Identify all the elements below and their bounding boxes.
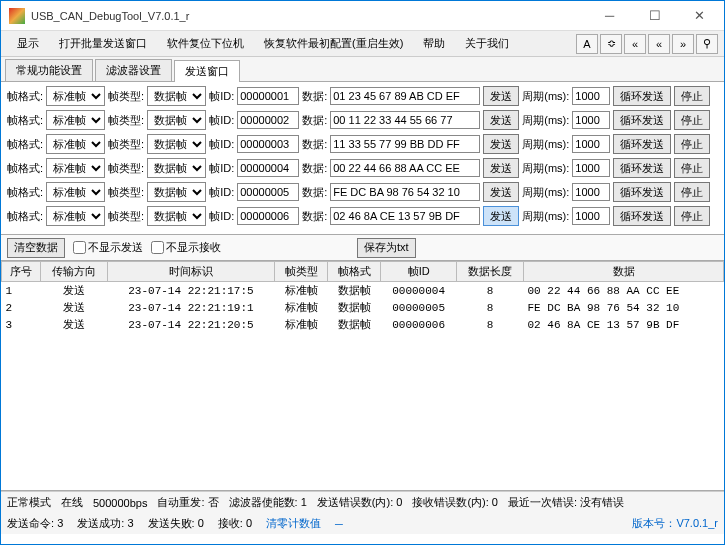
data-grid-wrap[interactable]: 序号 传输方向 时间标识 帧类型 帧格式 帧ID 数据长度 数据 1发送23-0… bbox=[1, 261, 724, 491]
period-input[interactable] bbox=[572, 135, 610, 153]
frame-id-input[interactable] bbox=[237, 135, 299, 153]
col-format[interactable]: 帧格式 bbox=[328, 262, 381, 282]
frame-type-select[interactable]: 数据帧 bbox=[147, 110, 206, 130]
data-input[interactable] bbox=[330, 207, 480, 225]
frame-format-select[interactable]: 标准帧 bbox=[46, 158, 105, 178]
toolbar-btn-3[interactable]: « bbox=[648, 34, 670, 54]
hide-send-checkbox-wrap[interactable]: 不显示发送 bbox=[73, 240, 143, 255]
send-button[interactable]: 发送 bbox=[483, 206, 519, 226]
frame-type-select[interactable]: 数据帧 bbox=[147, 134, 206, 154]
col-id[interactable]: 帧ID bbox=[380, 262, 456, 282]
frame-format-select[interactable]: 标准帧 bbox=[46, 86, 105, 106]
frame-id-input[interactable] bbox=[237, 87, 299, 105]
app-icon bbox=[9, 8, 25, 24]
data-input[interactable] bbox=[330, 111, 480, 129]
frame-type-select[interactable]: 数据帧 bbox=[147, 86, 206, 106]
col-len[interactable]: 数据长度 bbox=[457, 262, 524, 282]
stop-button[interactable]: 停止 bbox=[674, 134, 710, 154]
stop-button[interactable]: 停止 bbox=[674, 86, 710, 106]
hide-send-checkbox[interactable] bbox=[73, 241, 86, 254]
stop-button[interactable]: 停止 bbox=[674, 158, 710, 178]
table-row[interactable]: 2发送23-07-14 22:21:19:1标准帧数据帧000000058FE … bbox=[2, 299, 724, 316]
send-button[interactable]: 发送 bbox=[483, 182, 519, 202]
send-button[interactable]: 发送 bbox=[483, 134, 519, 154]
frame-format-select[interactable]: 标准帧 bbox=[46, 110, 105, 130]
frame-type-select[interactable]: 数据帧 bbox=[147, 182, 206, 202]
table-row[interactable]: 1发送23-07-14 22:21:17:5标准帧数据帧00000004800 … bbox=[2, 282, 724, 300]
clear-data-button[interactable]: 清空数据 bbox=[7, 238, 65, 258]
frame-format-select[interactable]: 标准帧 bbox=[46, 206, 105, 226]
loop-send-button[interactable]: 循环发送 bbox=[613, 110, 671, 130]
frame-id-label: 帧ID: bbox=[209, 89, 234, 104]
data-input[interactable] bbox=[330, 87, 480, 105]
loop-send-button[interactable]: 循环发送 bbox=[613, 86, 671, 106]
window-title: USB_CAN_DebugTool_V7.0.1_r bbox=[31, 10, 587, 22]
period-input[interactable] bbox=[572, 183, 610, 201]
hide-recv-checkbox-wrap[interactable]: 不显示接收 bbox=[151, 240, 221, 255]
col-data[interactable]: 数据 bbox=[524, 262, 724, 282]
table-row[interactable]: 3发送23-07-14 22:21:20:5标准帧数据帧00000006802 … bbox=[2, 316, 724, 333]
menu-bar: 显示 打开批量发送窗口 软件复位下位机 恢复软件最初配置(重启生效) 帮助 关于… bbox=[1, 31, 724, 57]
toolbar-btn-0[interactable]: A bbox=[576, 34, 598, 54]
send-button[interactable]: 发送 bbox=[483, 86, 519, 106]
status-baud: 500000bps bbox=[93, 497, 147, 509]
loop-send-button[interactable]: 循环发送 bbox=[613, 134, 671, 154]
period-input[interactable] bbox=[572, 87, 610, 105]
loop-send-button[interactable]: 循环发送 bbox=[613, 158, 671, 178]
menu-open-batch[interactable]: 打开批量发送窗口 bbox=[49, 33, 157, 54]
col-dir[interactable]: 传输方向 bbox=[40, 262, 107, 282]
col-time[interactable]: 时间标识 bbox=[107, 262, 275, 282]
toolbar-btn-1[interactable]: ≎ bbox=[600, 34, 622, 54]
frame-id-input[interactable] bbox=[237, 207, 299, 225]
frame-type-label: 帧类型: bbox=[108, 185, 144, 200]
frame-id-label: 帧ID: bbox=[209, 161, 234, 176]
data-input[interactable] bbox=[330, 159, 480, 177]
period-input[interactable] bbox=[572, 159, 610, 177]
minimize-button[interactable]: ─ bbox=[587, 2, 632, 30]
send-row-4: 帧格式:标准帧帧类型:数据帧帧ID:数据:发送周期(ms):循环发送停止 bbox=[7, 158, 718, 178]
send-button[interactable]: 发送 bbox=[483, 110, 519, 130]
col-seq[interactable]: 序号 bbox=[2, 262, 41, 282]
frame-type-label: 帧类型: bbox=[108, 137, 144, 152]
maximize-button[interactable]: ☐ bbox=[632, 2, 677, 30]
menu-about[interactable]: 关于我们 bbox=[455, 33, 519, 54]
send-row-6: 帧格式:标准帧帧类型:数据帧帧ID:数据:发送周期(ms):循环发送停止 bbox=[7, 206, 718, 226]
tab-general[interactable]: 常规功能设置 bbox=[5, 59, 93, 81]
tab-filter[interactable]: 滤波器设置 bbox=[95, 59, 172, 81]
toolbar-btn-4[interactable]: » bbox=[672, 34, 694, 54]
menu-display[interactable]: 显示 bbox=[7, 33, 49, 54]
frame-type-select[interactable]: 数据帧 bbox=[147, 206, 206, 226]
menu-restore-init[interactable]: 恢复软件最初配置(重启生效) bbox=[254, 33, 413, 54]
save-txt-button[interactable]: 保存为txt bbox=[357, 238, 416, 258]
frame-type-select[interactable]: 数据帧 bbox=[147, 158, 206, 178]
frame-format-select[interactable]: 标准帧 bbox=[46, 134, 105, 154]
send-row-3: 帧格式:标准帧帧类型:数据帧帧ID:数据:发送周期(ms):循环发送停止 bbox=[7, 134, 718, 154]
period-input[interactable] bbox=[572, 207, 610, 225]
status-online: 在线 bbox=[61, 495, 83, 510]
loop-send-button[interactable]: 循环发送 bbox=[613, 206, 671, 226]
col-type[interactable]: 帧类型 bbox=[275, 262, 328, 282]
frame-format-select[interactable]: 标准帧 bbox=[46, 182, 105, 202]
send-rows-panel: 帧格式:标准帧帧类型:数据帧帧ID:数据:发送周期(ms):循环发送停止帧格式:… bbox=[1, 82, 724, 235]
tab-send[interactable]: 发送窗口 bbox=[174, 60, 240, 82]
data-input[interactable] bbox=[330, 135, 480, 153]
tab-bar: 常规功能设置 滤波器设置 发送窗口 bbox=[1, 57, 724, 82]
menu-help[interactable]: 帮助 bbox=[413, 33, 455, 54]
frame-id-input[interactable] bbox=[237, 159, 299, 177]
send-button[interactable]: 发送 bbox=[483, 158, 519, 178]
close-button[interactable]: ✕ bbox=[677, 2, 722, 30]
data-input[interactable] bbox=[330, 183, 480, 201]
stop-button[interactable]: 停止 bbox=[674, 110, 710, 130]
menu-soft-reset[interactable]: 软件复位下位机 bbox=[157, 33, 254, 54]
frame-id-input[interactable] bbox=[237, 111, 299, 129]
status-bar-1: 正常模式 在线 500000bps 自动重发: 否 滤波器使能数: 1 发送错误… bbox=[1, 491, 724, 513]
frame-id-input[interactable] bbox=[237, 183, 299, 201]
clear-counter-link[interactable]: 清零计数值 bbox=[266, 516, 321, 531]
toolbar-btn-5[interactable]: ⚲ bbox=[696, 34, 718, 54]
loop-send-button[interactable]: 循环发送 bbox=[613, 182, 671, 202]
hide-recv-checkbox[interactable] bbox=[151, 241, 164, 254]
stop-button[interactable]: 停止 bbox=[674, 182, 710, 202]
period-input[interactable] bbox=[572, 111, 610, 129]
toolbar-btn-2[interactable]: « bbox=[624, 34, 646, 54]
stop-button[interactable]: 停止 bbox=[674, 206, 710, 226]
